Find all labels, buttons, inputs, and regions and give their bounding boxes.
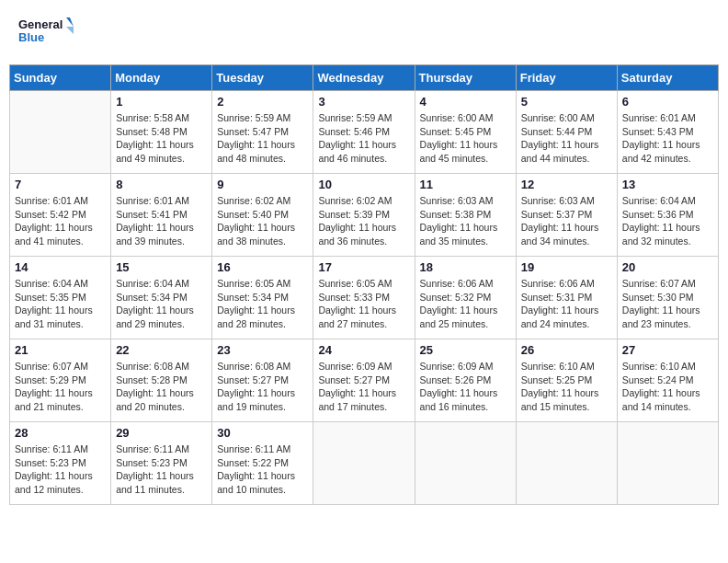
- day-info: Sunrise: 5:59 AM Sunset: 5:46 PM Dayligh…: [318, 111, 409, 166]
- calendar-week-row: 1Sunrise: 5:58 AM Sunset: 5:48 PM Daylig…: [10, 91, 719, 174]
- table-row: 28Sunrise: 6:11 AM Sunset: 5:23 PM Dayli…: [10, 422, 111, 505]
- day-number: 17: [318, 260, 409, 274]
- day-number: 3: [318, 95, 409, 109]
- day-number: 21: [15, 343, 106, 357]
- table-row: 5Sunrise: 6:00 AM Sunset: 5:44 PM Daylig…: [516, 91, 617, 174]
- weekday-header: Monday: [111, 65, 212, 91]
- table-row: 21Sunrise: 6:07 AM Sunset: 5:29 PM Dayli…: [10, 339, 111, 422]
- day-info: Sunrise: 5:58 AM Sunset: 5:48 PM Dayligh…: [116, 111, 207, 166]
- table-row: 11Sunrise: 6:03 AM Sunset: 5:38 PM Dayli…: [415, 174, 516, 257]
- table-row: [516, 422, 617, 505]
- day-number: 5: [521, 95, 612, 109]
- table-row: [10, 91, 111, 174]
- day-number: 28: [15, 426, 106, 440]
- weekday-header: Thursday: [415, 65, 516, 91]
- day-info: Sunrise: 6:01 AM Sunset: 5:42 PM Dayligh…: [15, 194, 106, 248]
- day-info: Sunrise: 6:08 AM Sunset: 5:28 PM Dayligh…: [116, 360, 207, 414]
- day-info: Sunrise: 6:04 AM Sunset: 5:36 PM Dayligh…: [622, 194, 713, 248]
- day-info: Sunrise: 6:03 AM Sunset: 5:37 PM Dayligh…: [521, 194, 612, 248]
- day-number: 16: [217, 260, 308, 274]
- day-info: Sunrise: 6:03 AM Sunset: 5:38 PM Dayligh…: [420, 194, 511, 248]
- day-number: 12: [521, 178, 612, 191]
- day-info: Sunrise: 5:59 AM Sunset: 5:47 PM Dayligh…: [217, 111, 308, 166]
- weekday-header: Wednesday: [313, 65, 415, 91]
- page-header: General Blue: [9, 9, 719, 55]
- day-info: Sunrise: 6:06 AM Sunset: 5:31 PM Dayligh…: [521, 277, 612, 331]
- table-row: [415, 422, 516, 505]
- day-info: Sunrise: 6:02 AM Sunset: 5:39 PM Dayligh…: [318, 194, 409, 248]
- day-info: Sunrise: 6:02 AM Sunset: 5:40 PM Dayligh…: [217, 194, 308, 248]
- logo: General Blue: [18, 14, 74, 51]
- calendar-week-row: 7Sunrise: 6:01 AM Sunset: 5:42 PM Daylig…: [10, 174, 719, 257]
- table-row: 23Sunrise: 6:08 AM Sunset: 5:27 PM Dayli…: [212, 339, 313, 422]
- weekday-header: Tuesday: [212, 65, 313, 91]
- day-number: 27: [622, 343, 713, 357]
- day-info: Sunrise: 6:00 AM Sunset: 5:45 PM Dayligh…: [420, 111, 511, 166]
- table-row: 20Sunrise: 6:07 AM Sunset: 5:30 PM Dayli…: [617, 257, 718, 339]
- day-info: Sunrise: 6:04 AM Sunset: 5:34 PM Dayligh…: [116, 277, 207, 331]
- day-number: 25: [420, 343, 511, 357]
- table-row: 13Sunrise: 6:04 AM Sunset: 5:36 PM Dayli…: [617, 174, 718, 257]
- table-row: 22Sunrise: 6:08 AM Sunset: 5:28 PM Dayli…: [111, 339, 212, 422]
- day-number: 14: [15, 260, 106, 274]
- logo-svg: General Blue: [18, 14, 74, 51]
- table-row: 8Sunrise: 6:01 AM Sunset: 5:41 PM Daylig…: [111, 174, 212, 257]
- svg-marker-2: [66, 17, 74, 27]
- day-number: 13: [622, 178, 713, 191]
- day-number: 6: [622, 95, 713, 109]
- day-info: Sunrise: 6:10 AM Sunset: 5:25 PM Dayligh…: [521, 360, 612, 414]
- day-info: Sunrise: 6:01 AM Sunset: 5:43 PM Dayligh…: [622, 111, 713, 166]
- day-number: 19: [521, 260, 612, 274]
- table-row: 25Sunrise: 6:09 AM Sunset: 5:26 PM Dayli…: [415, 339, 516, 422]
- calendar-week-row: 14Sunrise: 6:04 AM Sunset: 5:35 PM Dayli…: [10, 257, 719, 339]
- table-row: 2Sunrise: 5:59 AM Sunset: 5:47 PM Daylig…: [212, 91, 313, 174]
- day-number: 9: [217, 178, 308, 191]
- svg-text:General: General: [18, 17, 63, 31]
- day-info: Sunrise: 6:08 AM Sunset: 5:27 PM Dayligh…: [217, 360, 308, 414]
- day-number: 23: [217, 343, 308, 357]
- day-info: Sunrise: 6:04 AM Sunset: 5:35 PM Dayligh…: [15, 277, 106, 331]
- table-row: 18Sunrise: 6:06 AM Sunset: 5:32 PM Dayli…: [415, 257, 516, 339]
- day-number: 2: [217, 95, 308, 109]
- day-info: Sunrise: 6:00 AM Sunset: 5:44 PM Dayligh…: [521, 111, 612, 166]
- table-row: 16Sunrise: 6:05 AM Sunset: 5:34 PM Dayli…: [212, 257, 313, 339]
- day-info: Sunrise: 6:09 AM Sunset: 5:26 PM Dayligh…: [420, 360, 511, 414]
- table-row: 27Sunrise: 6:10 AM Sunset: 5:24 PM Dayli…: [617, 339, 718, 422]
- day-info: Sunrise: 6:06 AM Sunset: 5:32 PM Dayligh…: [420, 277, 511, 331]
- calendar-header-row: SundayMondayTuesdayWednesdayThursdayFrid…: [10, 65, 719, 91]
- day-info: Sunrise: 6:05 AM Sunset: 5:34 PM Dayligh…: [217, 277, 308, 331]
- day-number: 24: [318, 343, 409, 357]
- day-info: Sunrise: 6:11 AM Sunset: 5:23 PM Dayligh…: [116, 442, 207, 497]
- day-number: 30: [217, 426, 308, 440]
- day-info: Sunrise: 6:07 AM Sunset: 5:30 PM Dayligh…: [622, 277, 713, 331]
- day-number: 15: [116, 260, 207, 274]
- day-number: 20: [622, 260, 713, 274]
- calendar-table: SundayMondayTuesdayWednesdayThursdayFrid…: [9, 64, 719, 505]
- table-row: 29Sunrise: 6:11 AM Sunset: 5:23 PM Dayli…: [111, 422, 212, 505]
- table-row: 19Sunrise: 6:06 AM Sunset: 5:31 PM Dayli…: [516, 257, 617, 339]
- day-number: 4: [420, 95, 511, 109]
- table-row: 15Sunrise: 6:04 AM Sunset: 5:34 PM Dayli…: [111, 257, 212, 339]
- table-row: [617, 422, 718, 505]
- day-info: Sunrise: 6:10 AM Sunset: 5:24 PM Dayligh…: [622, 360, 713, 414]
- day-number: 10: [318, 178, 409, 191]
- table-row: 24Sunrise: 6:09 AM Sunset: 5:27 PM Dayli…: [313, 339, 415, 422]
- table-row: 26Sunrise: 6:10 AM Sunset: 5:25 PM Dayli…: [516, 339, 617, 422]
- day-number: 18: [420, 260, 511, 274]
- table-row: 12Sunrise: 6:03 AM Sunset: 5:37 PM Dayli…: [516, 174, 617, 257]
- table-row: 4Sunrise: 6:00 AM Sunset: 5:45 PM Daylig…: [415, 91, 516, 174]
- table-row: 7Sunrise: 6:01 AM Sunset: 5:42 PM Daylig…: [10, 174, 111, 257]
- table-row: 10Sunrise: 6:02 AM Sunset: 5:39 PM Dayli…: [313, 174, 415, 257]
- weekday-header: Sunday: [10, 65, 111, 91]
- table-row: [313, 422, 415, 505]
- day-number: 8: [116, 178, 207, 191]
- calendar-week-row: 28Sunrise: 6:11 AM Sunset: 5:23 PM Dayli…: [10, 422, 719, 505]
- table-row: 14Sunrise: 6:04 AM Sunset: 5:35 PM Dayli…: [10, 257, 111, 339]
- day-info: Sunrise: 6:11 AM Sunset: 5:22 PM Dayligh…: [217, 442, 308, 497]
- table-row: 17Sunrise: 6:05 AM Sunset: 5:33 PM Dayli…: [313, 257, 415, 339]
- day-info: Sunrise: 6:05 AM Sunset: 5:33 PM Dayligh…: [318, 277, 409, 331]
- table-row: 30Sunrise: 6:11 AM Sunset: 5:22 PM Dayli…: [212, 422, 313, 505]
- day-number: 1: [116, 95, 207, 109]
- table-row: 3Sunrise: 5:59 AM Sunset: 5:46 PM Daylig…: [313, 91, 415, 174]
- weekday-header: Saturday: [617, 65, 718, 91]
